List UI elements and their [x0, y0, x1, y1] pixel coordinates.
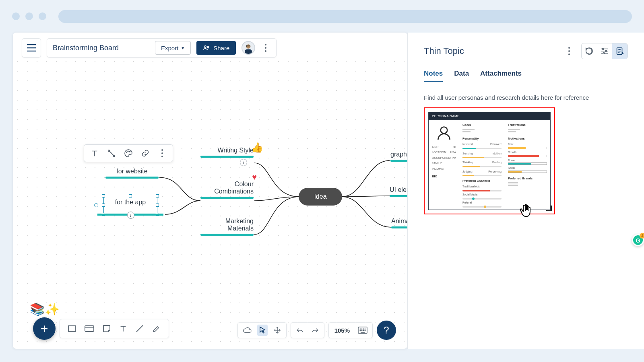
line-shape-button[interactable]	[135, 324, 144, 333]
node-underline	[200, 197, 254, 199]
svg-point-9	[128, 151, 128, 152]
shape-toolbar	[60, 319, 169, 338]
text-icon	[90, 149, 99, 158]
pointer-icon	[259, 326, 266, 334]
comments-button[interactable]	[582, 43, 597, 59]
text-shape-button[interactable]	[119, 324, 128, 333]
sticky-icon	[102, 324, 111, 333]
undo-button[interactable]	[294, 325, 305, 335]
window-dot	[39, 12, 46, 20]
url-bar[interactable]	[58, 10, 632, 23]
edit-note-icon	[615, 47, 624, 56]
zoom-level[interactable]: 105%	[332, 327, 352, 334]
svg-point-7	[114, 155, 115, 157]
tab-data[interactable]: Data	[454, 70, 469, 82]
canvas[interactable]: Brainstorming Board Export ▼ Share	[13, 33, 407, 349]
connector-button[interactable]	[103, 146, 120, 160]
svg-point-6	[108, 150, 110, 152]
svg-point-30	[605, 50, 607, 52]
panel-action-group	[581, 43, 628, 59]
node-underline	[390, 195, 407, 197]
svg-point-16	[360, 329, 361, 329]
rectangle-shape-button[interactable]	[67, 324, 77, 333]
node-label: Animations	[391, 218, 407, 225]
svg-rect-4	[245, 49, 252, 54]
share-button[interactable]: Share	[196, 41, 236, 55]
resize-handle[interactable]	[546, 206, 552, 211]
svg-point-18	[363, 329, 364, 329]
panel-tabs: Notes Data Attachments	[424, 70, 628, 82]
pointer-tool-button[interactable]	[257, 325, 268, 336]
people-icon	[203, 45, 210, 51]
board-title[interactable]: Brainstorming Board	[53, 44, 149, 52]
svg-point-33	[441, 127, 448, 134]
panel-more-button[interactable]	[564, 47, 574, 55]
svg-point-31	[603, 53, 605, 54]
redo-button[interactable]	[310, 325, 321, 335]
link-button[interactable]	[137, 146, 153, 160]
tab-notes[interactable]: Notes	[424, 70, 443, 82]
cloud-icon	[243, 327, 252, 334]
center-node-label: Idea	[314, 193, 326, 200]
link-icon	[141, 149, 150, 158]
mindmap-node[interactable]: Marketing Materials	[200, 218, 254, 236]
mindmap-node-selected[interactable]: for the app i	[103, 196, 157, 214]
more-menu-button[interactable]	[261, 44, 270, 52]
help-button[interactable]: ?	[377, 321, 396, 340]
persona-attachment[interactable]: PERSONA NAME AGE:30 LOCATION:USA OCCUPAT…	[424, 107, 555, 214]
note-text[interactable]: Find all user personas and research deta…	[424, 93, 628, 103]
canvas-grid	[13, 57, 407, 349]
node-underline	[200, 156, 254, 158]
cloud-sync-button[interactable]	[241, 325, 253, 335]
info-icon[interactable]: i	[240, 159, 247, 166]
grammarly-badge[interactable]: G	[632, 234, 644, 246]
mindmap-center-node[interactable]: Idea	[299, 188, 342, 206]
node-underline	[391, 226, 407, 228]
undo-icon	[296, 327, 304, 333]
svg-point-29	[603, 48, 604, 50]
svg-point-3	[246, 44, 251, 49]
chevron-down-icon: ▼	[181, 46, 185, 50]
keyboard-button[interactable]	[356, 325, 369, 335]
window-dot	[12, 12, 20, 20]
card-shape-button[interactable]	[84, 324, 95, 333]
export-button[interactable]: Export ▼	[155, 41, 191, 55]
text-style-button[interactable]	[87, 146, 103, 160]
settings-button[interactable]	[597, 43, 612, 59]
more-button[interactable]	[154, 146, 170, 160]
canvas-tools	[237, 322, 287, 338]
svg-point-1	[207, 46, 209, 48]
comment-icon	[585, 47, 594, 56]
svg-point-19	[365, 329, 365, 329]
tab-attachments[interactable]: Attachments	[480, 70, 522, 82]
color-button[interactable]	[120, 146, 136, 160]
persona-header: PERSONA NAME	[429, 112, 550, 120]
line-icon	[135, 324, 144, 333]
node-underline	[200, 234, 254, 236]
hamburger-icon	[27, 44, 36, 51]
pan-tool-button[interactable]	[272, 325, 283, 336]
user-avatar[interactable]	[242, 41, 255, 55]
window-controls	[12, 12, 46, 20]
move-icon	[273, 326, 281, 334]
main-menu-button[interactable]	[22, 38, 41, 58]
info-icon[interactable]: i	[127, 212, 134, 219]
add-button[interactable]: +	[33, 317, 56, 340]
node-label: UI elements	[390, 186, 407, 193]
node-label: for website	[105, 168, 159, 175]
mindmap-node[interactable]: for website	[105, 168, 159, 179]
notes-editor-button[interactable]	[612, 43, 627, 59]
mindmap-node[interactable]: 👍 Writing Style i	[200, 147, 254, 158]
rectangle-icon	[67, 324, 77, 333]
svg-line-14	[136, 325, 143, 332]
svg-point-17	[361, 329, 362, 329]
history-tools	[291, 322, 324, 338]
node-label: Colour Combinations	[200, 181, 254, 195]
node-label[interactable]: for the app	[104, 196, 157, 208]
highlighter-button[interactable]	[152, 324, 161, 333]
mindmap-node[interactable]: ♥ Colour Combinations	[200, 181, 254, 199]
sticky-shape-button[interactable]	[102, 324, 111, 333]
connector-handle[interactable]	[94, 203, 98, 207]
keyboard-icon	[358, 327, 367, 334]
svg-point-22	[363, 330, 364, 331]
